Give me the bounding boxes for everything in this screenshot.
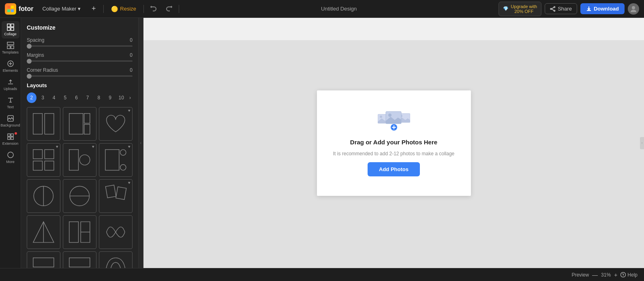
canvas-card: Drag or Add your Photos Here It is recom…	[317, 90, 471, 196]
topbar-divider3	[179, 5, 179, 13]
upgrade-button[interactable]: 💎 Upgrade with 20% OFF	[499, 2, 541, 16]
layout-item-13[interactable]	[27, 251, 60, 268]
layout-tabs-next[interactable]: ›	[128, 94, 133, 101]
layout-item-2[interactable]	[63, 107, 96, 141]
help-button[interactable]: Help	[620, 272, 638, 278]
help-label: Help	[627, 272, 638, 278]
customize-panel: Customize Spacing 0 Margins 0 Corner	[21, 18, 139, 268]
right-edge-icon: ›	[642, 141, 643, 145]
download-label: Download	[594, 6, 619, 12]
undo-button[interactable]	[148, 3, 159, 15]
layout-tab-3[interactable]: 3	[38, 92, 48, 103]
redo-button[interactable]	[163, 3, 175, 15]
layout-item-12[interactable]	[99, 215, 133, 249]
svg-rect-40	[106, 185, 116, 198]
svg-rect-11	[11, 28, 14, 30]
layout-item-4[interactable]	[27, 143, 60, 177]
layout-tab-6[interactable]: 6	[72, 92, 81, 103]
layout-item-14[interactable]	[63, 251, 96, 268]
sidebar-item-background[interactable]: Background	[2, 112, 19, 130]
svg-point-60	[621, 272, 626, 277]
text-label: Text	[7, 105, 14, 109]
svg-point-6	[554, 10, 555, 11]
layout-item-6[interactable]	[99, 143, 133, 177]
spacing-slider[interactable]	[27, 45, 133, 47]
margins-header: Margins 0	[27, 52, 133, 58]
templates-icon	[7, 42, 14, 49]
preview-button[interactable]: Preview	[571, 272, 589, 278]
svg-rect-25	[84, 114, 90, 123]
more-label: More	[6, 160, 15, 164]
collapse-icon: ‹	[140, 141, 141, 145]
layout-item-10[interactable]	[27, 215, 60, 249]
corner-radius-thumb[interactable]	[27, 74, 32, 79]
extension-badge	[15, 132, 17, 135]
share-label: Share	[558, 6, 572, 12]
layout-tab-8[interactable]: 8	[94, 92, 104, 103]
svg-point-58	[388, 114, 392, 117]
canvas-bg-top	[143, 18, 644, 40]
sidebar-item-collage[interactable]: Collage	[2, 21, 19, 39]
add-photos-button[interactable]: Add Photos	[368, 162, 420, 176]
svg-rect-31	[69, 150, 79, 170]
svg-rect-27	[33, 150, 43, 159]
drag-title: Drag or Add your Photos Here	[350, 139, 437, 146]
canvas-area: Drag or Add your Photos Here It is recom…	[143, 18, 644, 268]
user-avatar[interactable]	[628, 3, 639, 15]
collage-label: Collage	[4, 32, 17, 36]
corner-radius-slider[interactable]	[27, 75, 133, 77]
spacing-thumb[interactable]	[27, 44, 32, 49]
share-button[interactable]: Share	[545, 3, 577, 14]
margins-slider[interactable]	[27, 60, 133, 62]
sidebar-item-text[interactable]: Text	[2, 94, 19, 112]
layout-tab-10[interactable]: 10	[116, 92, 126, 103]
zoom-plus-button[interactable]: +	[614, 272, 617, 278]
topbar-divider	[103, 5, 104, 13]
layout-tab-4[interactable]: 4	[49, 92, 59, 103]
svg-rect-24	[69, 114, 83, 134]
margins-control: Margins 0	[27, 52, 133, 62]
layout-tab-2[interactable]: 2	[27, 92, 36, 103]
layout-item-1[interactable]	[27, 107, 60, 141]
left-sidebar: Collage Templates Elements Uploads Text …	[0, 18, 21, 268]
panel-title: Customize	[27, 24, 133, 31]
sidebar-item-more[interactable]: More	[2, 149, 19, 166]
elements-label: Elements	[3, 69, 18, 73]
sidebar-item-elements[interactable]: Elements	[2, 58, 19, 75]
spacing-value: 0	[130, 37, 133, 43]
layout-item-3-heart[interactable]	[99, 107, 133, 141]
svg-point-4	[554, 6, 555, 8]
collage-maker-button[interactable]: Collage Maker ▾	[39, 4, 84, 13]
sidebar-item-extension[interactable]: Extension	[2, 131, 19, 148]
svg-rect-9	[11, 24, 14, 27]
layout-item-15[interactable]	[99, 251, 133, 268]
svg-rect-13	[7, 46, 10, 49]
svg-rect-2	[7, 9, 10, 12]
margins-thumb[interactable]	[27, 59, 32, 64]
svg-rect-20	[11, 137, 13, 139]
svg-rect-14	[11, 46, 14, 49]
svg-rect-17	[8, 134, 10, 136]
uploads-label: Uploads	[4, 87, 17, 91]
layout-item-11[interactable]	[63, 215, 96, 249]
right-panel-handle[interactable]: ›	[640, 137, 644, 149]
resize-button[interactable]: 🟡 Resize	[108, 4, 139, 14]
svg-rect-47	[33, 258, 54, 267]
svg-rect-19	[8, 137, 10, 139]
layout-item-8[interactable]	[63, 179, 96, 213]
add-button[interactable]: +	[88, 3, 99, 15]
layout-tab-9[interactable]: 9	[105, 92, 115, 103]
layout-item-5[interactable]	[63, 143, 96, 177]
zoom-minus-button[interactable]: —	[592, 272, 598, 278]
layout-tab-7[interactable]: 7	[83, 92, 92, 103]
svg-rect-44	[69, 222, 79, 242]
sidebar-item-templates[interactable]: Templates	[2, 39, 19, 57]
layout-item-9[interactable]	[99, 179, 133, 213]
panel-collapse-handle[interactable]: ‹	[139, 18, 143, 268]
svg-rect-10	[7, 28, 10, 30]
layout-tab-5[interactable]: 5	[60, 92, 70, 103]
upgrade-icon: 💎	[503, 6, 509, 11]
layout-item-7[interactable]	[27, 179, 60, 213]
sidebar-item-uploads[interactable]: Uploads	[2, 76, 19, 93]
download-button[interactable]: Download	[580, 3, 625, 14]
